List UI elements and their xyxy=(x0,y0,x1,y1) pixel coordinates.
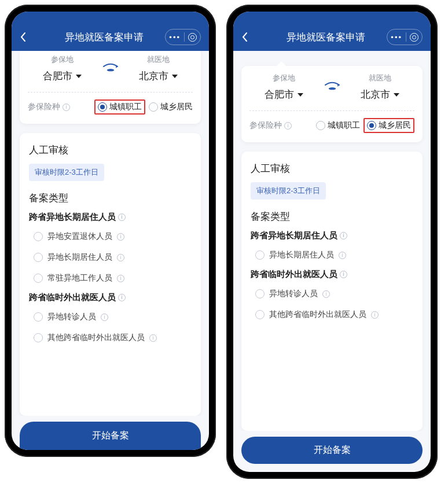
info-icon[interactable]: i xyxy=(118,213,126,221)
filing-option[interactable]: 异地长期居住人员i xyxy=(251,245,413,265)
submit-button[interactable]: 开始备案 xyxy=(241,437,423,464)
treatment-location-selector[interactable]: 就医地 北京市 xyxy=(123,54,193,83)
miniprogram-capsule[interactable]: ••• xyxy=(165,29,201,45)
filing-option[interactable]: 异地安置退休人员i xyxy=(29,226,192,247)
page-title: 异地就医备案申请 xyxy=(287,31,365,44)
info-icon[interactable]: i xyxy=(340,232,347,239)
info-icon[interactable]: i xyxy=(117,233,124,241)
category-long-term: 跨省异地长期居住人员i xyxy=(251,230,413,241)
back-button[interactable] xyxy=(20,32,43,42)
category-temporary: 跨省临时外出就医人员i xyxy=(251,269,413,280)
filing-option[interactable]: 其他跨省临时外出就医人员i xyxy=(251,304,413,325)
radio-urban-employee[interactable]: 城镇职工 xyxy=(98,102,142,112)
review-title: 人工审核 xyxy=(251,162,413,175)
review-title: 人工审核 xyxy=(29,143,192,157)
swap-icon[interactable] xyxy=(102,62,119,73)
review-badge: 审核时限2-3工作日 xyxy=(251,182,326,200)
radio-urban-rural[interactable]: 城乡居民 xyxy=(149,102,193,112)
insurance-type-row: 参保险种i 城镇职工 城乡居民 xyxy=(28,99,193,115)
info-icon[interactable]: i xyxy=(101,313,108,321)
review-badge: 审核时限2-3工作日 xyxy=(29,164,104,181)
info-icon[interactable]: i xyxy=(284,122,292,130)
screen: 异地就医备案申请 ••• 参保地 合肥市 xyxy=(12,12,209,450)
info-icon[interactable]: i xyxy=(340,271,347,278)
filing-option[interactable]: 异地转诊人员i xyxy=(251,283,413,304)
screen: 异地就医备案申请 ••• 参保地 合肥市 xyxy=(233,12,431,472)
insurance-type-row: 参保险种i 城镇职工 城乡居民 xyxy=(249,118,414,133)
info-icon[interactable]: i xyxy=(117,275,124,282)
info-icon[interactable]: i xyxy=(339,252,346,259)
location-card: 参保地 合肥市 就医地 北京市 参保险种i 城镇职工 xyxy=(20,51,201,124)
category-temporary: 跨省临时外出就医人员i xyxy=(29,292,192,303)
card-pointer xyxy=(276,61,287,67)
insured-location-selector[interactable]: 参保地 合肥市 xyxy=(28,54,97,83)
chevron-down-icon xyxy=(394,93,399,97)
chevron-down-icon xyxy=(172,75,178,78)
location-card: 参保地 合肥市 就医地 北京市 参保险种i 城镇职工 xyxy=(241,66,423,142)
filing-option[interactable]: 其他跨省临时外出就医人员i xyxy=(29,327,192,348)
filing-card: 人工审核 审核时限2-3工作日 备案类型 跨省异地长期居住人员i 异地长期居住人… xyxy=(241,152,423,431)
filing-option[interactable]: 常驻异地工作人员i xyxy=(29,268,192,289)
treatment-location-selector[interactable]: 就医地 北京市 xyxy=(345,73,414,101)
chevron-down-icon xyxy=(298,93,303,97)
highlight-box: 城乡居民 xyxy=(363,118,414,133)
app-header: 异地就医备案申请 ••• xyxy=(12,12,209,51)
svg-point-0 xyxy=(107,69,114,71)
swap-icon[interactable] xyxy=(324,80,341,92)
filing-option[interactable]: 异地长期居住人员i xyxy=(29,247,192,268)
page-title: 异地就医备案申请 xyxy=(65,31,144,44)
info-icon[interactable]: i xyxy=(149,334,157,342)
filing-type-title: 备案类型 xyxy=(251,210,413,223)
more-icon[interactable]: ••• xyxy=(169,34,181,41)
filing-option[interactable]: 异地转诊人员i xyxy=(29,307,192,327)
miniprogram-capsule[interactable]: ••• xyxy=(387,29,423,45)
radio-urban-rural[interactable]: 城乡居民 xyxy=(367,120,411,131)
close-miniprogram-icon[interactable] xyxy=(188,33,197,42)
phone-frame-left: 异地就医备案申请 ••• 参保地 合肥市 xyxy=(5,5,216,457)
info-icon[interactable]: i xyxy=(371,311,379,319)
info-icon[interactable]: i xyxy=(118,294,126,301)
phone-frame-right: 异地就医备案申请 ••• 参保地 合肥市 xyxy=(226,5,438,479)
back-button[interactable] xyxy=(241,32,265,42)
radio-urban-employee[interactable]: 城镇职工 xyxy=(316,120,360,131)
info-icon[interactable]: i xyxy=(117,254,124,261)
submit-button[interactable]: 开始备案 xyxy=(20,422,201,450)
info-icon[interactable]: i xyxy=(63,104,70,111)
chevron-down-icon xyxy=(76,75,82,78)
category-long-term: 跨省异地长期居住人员i xyxy=(29,212,192,223)
highlight-box: 城镇职工 xyxy=(94,99,145,115)
insured-location-selector[interactable]: 参保地 合肥市 xyxy=(249,73,319,101)
filing-card: 人工审核 审核时限2-3工作日 备案类型 跨省异地长期居住人员i 异地安置退休人… xyxy=(20,133,201,416)
filing-type-title: 备案类型 xyxy=(29,191,192,205)
close-miniprogram-icon[interactable] xyxy=(410,33,418,42)
more-icon[interactable]: ••• xyxy=(391,34,402,41)
svg-point-1 xyxy=(328,87,336,90)
info-icon[interactable]: i xyxy=(322,290,330,298)
app-header: 异地就医备案申请 ••• xyxy=(233,12,431,51)
